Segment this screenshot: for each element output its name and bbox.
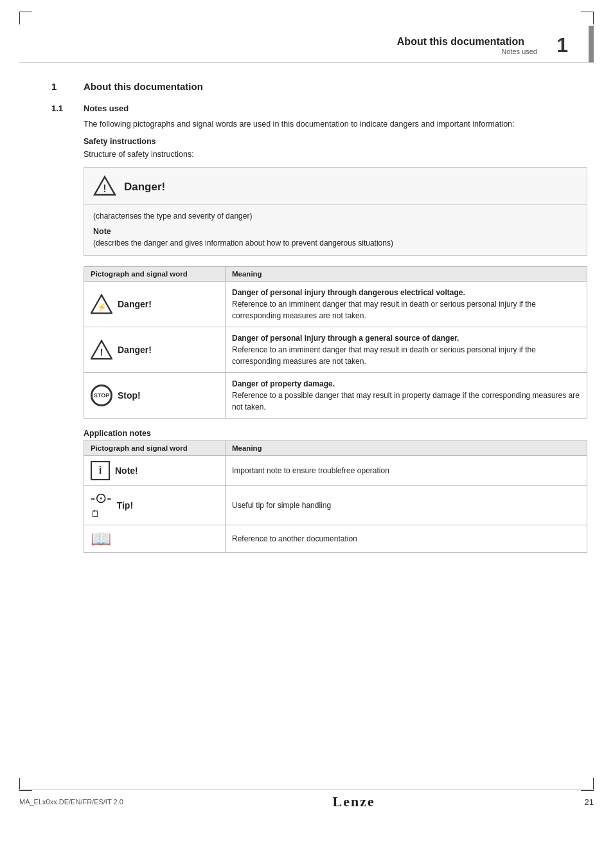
table-row: Danger of personal injury through a gene…: [226, 327, 587, 372]
footer-brand: Lenze: [333, 793, 375, 810]
note-text: (describes the danger and gives informat…: [93, 237, 578, 249]
structure-label: Structure of safety instructions:: [84, 149, 587, 161]
safety-table: Pictograph and signal word Meaning ⚡ Dan…: [84, 266, 587, 419]
table-row: ! Danger!: [84, 327, 226, 372]
intro-text: The following pictographs and signal wor…: [84, 118, 587, 131]
safety-table-col1: Pictograph and signal word: [84, 266, 226, 281]
header-subtitle: Notes used: [397, 48, 537, 55]
svg-text:⚡: ⚡: [97, 302, 107, 312]
svg-text:!: !: [103, 183, 106, 194]
table-row: Important note to ensure troublefree ope…: [226, 455, 587, 485]
safety-table-col2: Meaning: [226, 266, 587, 281]
safety-instructions-label: Safety instructions: [84, 137, 587, 146]
footer-left-text: MA_ELx0xx DE/EN/FR/ES/IT 2.0: [19, 798, 123, 806]
safety-box-header: ! Danger!: [84, 168, 587, 205]
table-row: 📖: [84, 525, 226, 552]
app-table: Pictograph and signal word Meaning i Not…: [84, 440, 587, 553]
header-title: About this documentation: [397, 36, 524, 48]
section-title-text: About this documentation: [84, 81, 203, 92]
page-header: About this documentation Notes used 1: [19, 26, 594, 63]
corner-mark-tr: [581, 12, 594, 24]
subsection-number: 1.1: [51, 104, 71, 113]
table-row: i Note!: [84, 455, 226, 485]
subsection-heading: 1.1 Notes used: [51, 104, 587, 113]
footer-page-number: 21: [585, 797, 594, 807]
page-footer: MA_ELx0xx DE/EN/FR/ES/IT 2.0 Lenze 21: [19, 789, 594, 810]
safety-instruction-box: ! Danger! (characterises the type and se…: [84, 167, 587, 256]
section-heading: 1 About this documentation: [51, 81, 587, 92]
table-row: Reference to another documentation: [226, 525, 587, 552]
table-row: Danger of property damage.Reference to a…: [226, 372, 587, 418]
note-label: Note: [93, 227, 578, 236]
application-notes-label: Application notes: [84, 429, 587, 438]
svg-text:!: !: [100, 347, 103, 357]
main-content: 1 About this documentation 1.1 Notes use…: [51, 63, 587, 553]
table-row: Danger of personal injury through danger…: [226, 281, 587, 327]
app-table-col2: Meaning: [226, 440, 587, 455]
subsection-title-text: Notes used: [84, 104, 129, 113]
header-bar: [589, 26, 594, 62]
section-number: 1: [51, 81, 71, 92]
table-row: -⊙-🗒 Tip!: [84, 485, 226, 525]
char-text: (characterises the type and severity of …: [93, 210, 578, 222]
header-chapter-number: 1: [549, 33, 568, 57]
table-row: Useful tip for simple handling: [226, 485, 587, 525]
safety-box-body: (characterises the type and severity of …: [84, 205, 587, 255]
danger-signal-word: Danger!: [124, 181, 165, 194]
table-row: STOP Stop!: [84, 372, 226, 418]
corner-mark-tl: [19, 12, 32, 24]
danger-triangle-icon: !: [93, 174, 116, 201]
table-row: ⚡ Danger!: [84, 281, 226, 327]
app-table-col1: Pictograph and signal word: [84, 440, 226, 455]
